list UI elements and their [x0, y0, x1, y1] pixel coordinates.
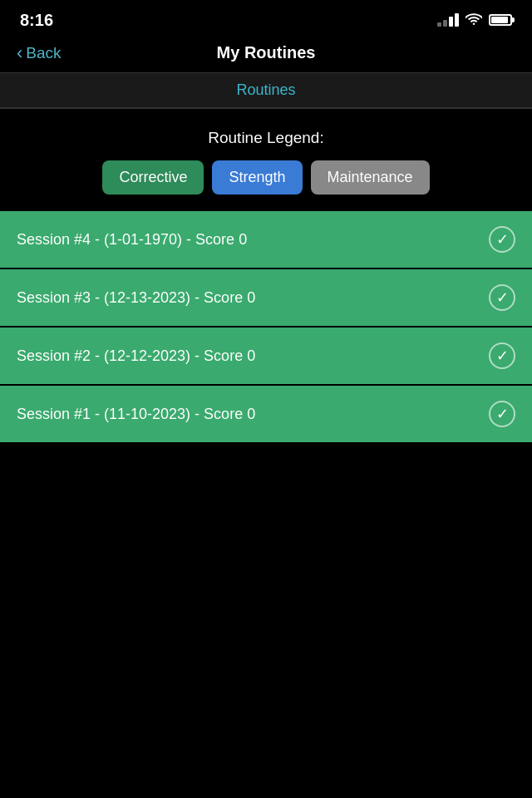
session-4-text: Session #4 - (1-01-1970) - Score 0	[17, 231, 247, 249]
status-bar: 8:16	[0, 0, 532, 37]
chevron-left-icon: ‹	[17, 44, 22, 62]
session-4-check-icon: ✓	[489, 226, 515, 253]
tab-bar: Routines	[0, 73, 532, 108]
signal-icon	[437, 13, 459, 27]
session-3-check-icon: ✓	[489, 284, 515, 311]
session-3-text: Session #3 - (12-13-2023) - Score 0	[17, 289, 255, 307]
tab-routines[interactable]: Routines	[236, 81, 295, 98]
back-label: Back	[26, 44, 61, 62]
battery-icon	[489, 14, 512, 26]
session-2-text: Session #2 - (12-12-2023) - Score 0	[17, 347, 255, 365]
status-icons	[437, 12, 512, 28]
session-1-check-icon: ✓	[489, 401, 515, 427]
session-1-text: Session #1 - (11-10-2023) - Score 0	[17, 406, 255, 423]
back-button[interactable]: ‹ Back	[17, 44, 62, 62]
legend-section: Routine Legend: Corrective Strength Main…	[0, 109, 532, 211]
session-item-3[interactable]: Session #3 - (12-13-2023) - Score 0 ✓	[0, 269, 532, 326]
legend-corrective-button[interactable]: Corrective	[102, 160, 204, 195]
legend-title: Routine Legend:	[17, 129, 515, 147]
session-item-2[interactable]: Session #2 - (12-12-2023) - Score 0 ✓	[0, 328, 532, 384]
session-list: Session #4 - (1-01-1970) - Score 0 ✓ Ses…	[0, 211, 532, 442]
wifi-icon	[466, 12, 482, 28]
legend-buttons: Corrective Strength Maintenance	[17, 160, 515, 195]
session-item-1[interactable]: Session #1 - (11-10-2023) - Score 0 ✓	[0, 386, 532, 442]
status-time: 8:16	[20, 11, 53, 30]
nav-bar: ‹ Back My Routines	[0, 37, 532, 72]
session-item-4[interactable]: Session #4 - (1-01-1970) - Score 0 ✓	[0, 211, 532, 268]
page-title: My Routines	[217, 43, 316, 62]
legend-strength-button[interactable]: Strength	[212, 160, 302, 195]
legend-maintenance-button[interactable]: Maintenance	[311, 160, 430, 195]
session-2-check-icon: ✓	[489, 342, 515, 369]
